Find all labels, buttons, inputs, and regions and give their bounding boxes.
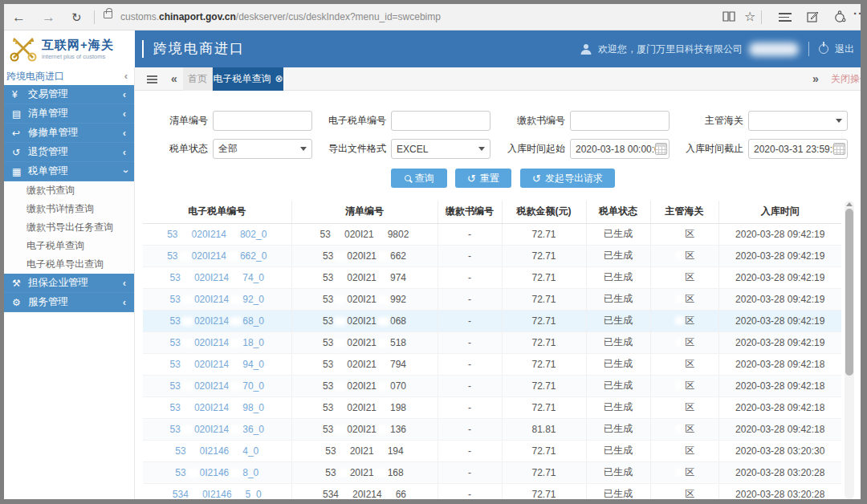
- tax-bill-link[interactable]: 53020I21436_0: [170, 424, 264, 435]
- start-time-input[interactable]: 2020-03-18 00:00:00: [570, 139, 670, 159]
- reading-view-icon[interactable]: [722, 11, 735, 22]
- hamburger-menu-icon[interactable]: [147, 75, 157, 85]
- amount-cell: 72.71: [502, 396, 586, 418]
- redacted-segment: [675, 446, 684, 455]
- collapse-chevron-icon[interactable]: ‹: [124, 67, 128, 85]
- tax-bill-link[interactable]: 5340I21465_0: [173, 489, 262, 500]
- refresh-icon[interactable]: ↻: [71, 11, 82, 23]
- sidebar-root-item[interactable]: 跨境电商进口 ‹: [4, 67, 134, 85]
- sidebar-submenu-item[interactable]: 缴款书详情查询: [4, 200, 134, 218]
- tax-bill-link[interactable]: 53020I21418_0: [170, 337, 264, 348]
- sidebar-submenu-item[interactable]: 缴款书导出任务查询: [4, 218, 134, 237]
- favorites-star-icon[interactable]: ☆: [744, 9, 755, 24]
- tax-no-label: 电子税单编号: [309, 114, 386, 128]
- status-cell: 已生成: [586, 223, 650, 245]
- calendar-icon[interactable]: [833, 143, 845, 155]
- tax-bill-link[interactable]: 53020I21468_0: [170, 315, 264, 327]
- scroll-tabs-right-icon[interactable]: »: [812, 67, 819, 91]
- back-icon[interactable]: ←: [12, 10, 26, 24]
- share-icon[interactable]: [833, 10, 846, 23]
- export-request-button[interactable]: ↺发起导出请求: [520, 169, 615, 188]
- table-row[interactable]: 530I21468_0 5320I21168 - 72.71 已生成 区 202…: [143, 461, 841, 483]
- sidebar-submenu-item[interactable]: 缴款书查询: [4, 181, 134, 200]
- tax-bill-link[interactable]: 53020I21474_0: [170, 272, 264, 283]
- hub-icon[interactable]: [779, 13, 792, 24]
- table-row[interactable]: 53020I21468_0 53020I21068 - 72.71 已生成 区 …: [143, 310, 841, 331]
- customs-cell: 区: [650, 288, 718, 310]
- chevron-down-icon: [836, 119, 842, 123]
- tax-bill-link[interactable]: 53020I214802_0: [167, 229, 267, 240]
- tax-no-input[interactable]: [397, 116, 485, 127]
- time-cell: 2020-03-28 09:42:19: [718, 245, 841, 266]
- tax-bill-link[interactable]: 53020I21470_0: [170, 380, 264, 392]
- sidebar-menu-item[interactable]: ↩ 修撤单管理 ‹: [4, 124, 134, 143]
- table-row[interactable]: 53020I21494_0 53020I21794 - 72.71 已生成 区 …: [143, 353, 841, 375]
- logout-button[interactable]: 退出: [835, 43, 854, 56]
- tax-bill-link[interactable]: 53020I21492_0: [170, 294, 264, 305]
- status-select[interactable]: 全部: [213, 139, 312, 159]
- amount-cell: 72.71: [502, 331, 586, 353]
- calendar-icon[interactable]: [655, 143, 667, 155]
- redacted-segment: [230, 360, 242, 369]
- close-operations-button[interactable]: 关闭操作: [831, 67, 861, 91]
- reset-button[interactable]: ↺重置: [455, 169, 511, 188]
- tax-bill-link[interactable]: 53020I214662_0: [167, 250, 267, 262]
- sidebar-submenu-item[interactable]: 电子税单查询: [4, 237, 134, 255]
- close-tab-icon[interactable]: ⊗: [275, 73, 283, 84]
- amount-cell: 72.71: [502, 310, 586, 331]
- table-row[interactable]: 53020I21492_0 53020I21992 - 72.71 已生成 区 …: [143, 288, 841, 310]
- table-row[interactable]: 53020I214662_0 53020I21662 - 72.71 已生成 区…: [143, 245, 841, 266]
- scroll-tabs-left-icon[interactable]: «: [171, 67, 177, 91]
- scrollbar-up-arrow-icon[interactable]: [846, 202, 853, 206]
- sidebar-menu-item[interactable]: ▤ 清单管理 ‹: [4, 104, 134, 124]
- table-row[interactable]: 53020I21436_0 53020I21136 - 81.81 已生成 区 …: [143, 418, 841, 440]
- customs-cell: 区: [650, 266, 718, 288]
- tax-bill-link[interactable]: 53020I21494_0: [170, 359, 264, 370]
- redacted-segment: [334, 425, 346, 434]
- reset-icon: ↺: [467, 173, 476, 184]
- tax-bill-link[interactable]: 530I21468_0: [175, 467, 258, 478]
- table-row[interactable]: 530I21464_0 5320I21194 - 72.71 已生成 区 202…: [143, 440, 841, 461]
- list-no-input[interactable]: [218, 116, 307, 127]
- amount-cell: 72.71: [502, 288, 586, 310]
- sidebar-menu-item[interactable]: ¥ 交易管理 ‹: [4, 85, 134, 104]
- table-row[interactable]: 53020I21498_0 53020I21198 - 72.71 已生成 区 …: [143, 396, 841, 418]
- tax-bill-link[interactable]: 530I21464_0: [175, 445, 258, 457]
- filter-format: 导出文件格式 EXCEL: [309, 139, 490, 159]
- sidebar-menu-item[interactable]: ▦ 税单管理 ‹: [4, 162, 134, 181]
- pay-no-cell: -: [438, 223, 502, 245]
- table-row[interactable]: 53020I21470_0 53020I21070 - 72.71 已生成 区 …: [143, 375, 841, 396]
- table-scrollbar[interactable]: [845, 201, 854, 499]
- customs-select[interactable]: [748, 111, 848, 131]
- table-row[interactable]: 53020I214802_0 53020I219802 - 72.71 已生成 …: [143, 223, 841, 245]
- redacted-segment: [377, 360, 389, 369]
- address-bar[interactable]: customs.chinaport.gov.cn/deskserver/cus/…: [120, 4, 441, 30]
- more-menu-icon[interactable]: ···: [853, 6, 861, 20]
- redacted-segment: [337, 469, 349, 478]
- sidebar-submenu-item[interactable]: 电子税单导出查询: [4, 255, 134, 274]
- tab-home[interactable]: 首页: [183, 67, 213, 91]
- format-select[interactable]: EXCEL: [391, 139, 490, 159]
- sidebar-menu-item[interactable]: ⚒ 担保企业管理 ‹: [4, 274, 134, 293]
- end-time-input[interactable]: 2020-03-31 23:59:59: [748, 139, 848, 159]
- tab-etax-query[interactable]: 电子税单查询⊗: [213, 67, 283, 91]
- pay-no-cell: -: [438, 266, 502, 288]
- filter-pay-no: 缴款书编号: [488, 111, 670, 131]
- pay-no-input[interactable]: [576, 116, 664, 127]
- query-button[interactable]: 查询: [391, 169, 447, 188]
- customs-cell: 区: [650, 331, 718, 353]
- sidebar-menu-item[interactable]: ⚙ 服务管理 ‹: [4, 293, 134, 312]
- customs-cell: 区: [650, 245, 718, 266]
- table-row[interactable]: 53020I21474_0 53020I21974 - 72.71 已生成 区 …: [143, 266, 841, 288]
- web-note-icon[interactable]: [807, 10, 819, 22]
- scrollbar-thumb[interactable]: [845, 209, 853, 376]
- time-cell: 2020-03-28 09:42:18: [718, 418, 841, 440]
- sidebar-menu-item[interactable]: ↺ 退货管理 ‹: [4, 143, 134, 162]
- sidebar-submenu: 缴款书查询 缴款书详情查询 缴款书导出任务查询 电子税单查询 电子税单导出查询: [4, 181, 134, 274]
- forward-icon[interactable]: →: [42, 10, 55, 24]
- table-row[interactable]: 53020I21418_0 53020I21518 - 72.71 已生成 区 …: [143, 331, 841, 353]
- tax-bill-link[interactable]: 53020I21498_0: [170, 402, 264, 413]
- table-row[interactable]: 5340I21465_0 53420I21466 - 72.71 已生成 区 2…: [143, 483, 841, 499]
- col-tax-no: 电子税单编号: [143, 201, 291, 223]
- status-cell: 已生成: [586, 353, 650, 375]
